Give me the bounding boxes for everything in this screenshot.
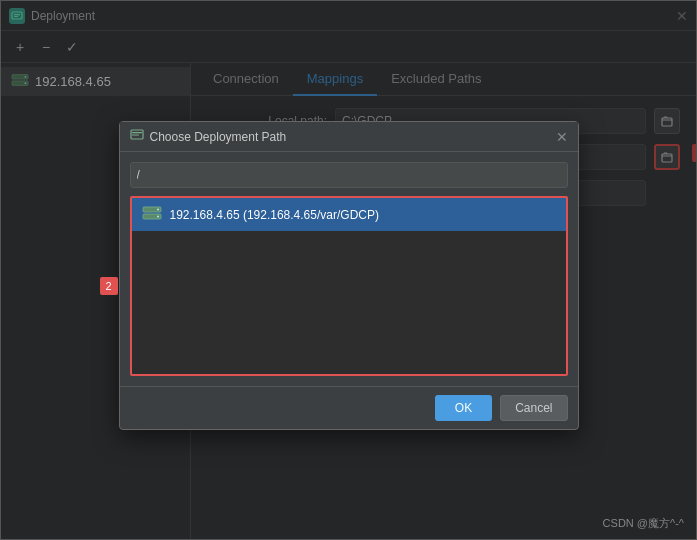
tree-item-server[interactable]: 192.168.4.65 (192.168.4.65/var/GDCP) (132, 198, 566, 231)
modal-tree-container: 2 (130, 196, 568, 376)
cancel-button[interactable]: Cancel (500, 395, 567, 421)
tree-item-label: 192.168.4.65 (192.168.4.65/var/GDCP) (170, 208, 379, 222)
content-area: 192.168.4.65 Connection Mappings Exclude… (1, 63, 696, 539)
modal-icon (130, 128, 144, 145)
annotation-2: 2 (100, 277, 118, 295)
modal-path-input[interactable] (130, 162, 568, 188)
modal-footer: OK Cancel (120, 386, 578, 429)
modal-content: 2 (120, 152, 578, 386)
tree-server-icon (142, 206, 162, 223)
modal-title-text: Choose Deployment Path (150, 130, 287, 144)
svg-point-15 (157, 216, 159, 218)
modal-title-left: Choose Deployment Path (130, 128, 287, 145)
svg-rect-10 (132, 132, 142, 133)
svg-point-14 (157, 209, 159, 211)
watermark: CSDN @魔方^-^ (603, 516, 684, 531)
right-panel: Connection Mappings Excluded Paths Local… (191, 63, 696, 539)
svg-rect-11 (132, 135, 139, 136)
modal-close-icon[interactable]: ✕ (556, 129, 568, 145)
ok-button[interactable]: OK (435, 395, 492, 421)
main-window: Deployment ✕ + − ✓ 192.168.4.65 (0, 0, 697, 540)
modal-tree-area: 192.168.4.65 (192.168.4.65/var/GDCP) (130, 196, 568, 376)
modal-title-bar: Choose Deployment Path ✕ (120, 122, 578, 152)
choose-deployment-path-modal: Choose Deployment Path ✕ 2 (119, 121, 579, 430)
modal-overlay: Choose Deployment Path ✕ 2 (1, 63, 696, 539)
